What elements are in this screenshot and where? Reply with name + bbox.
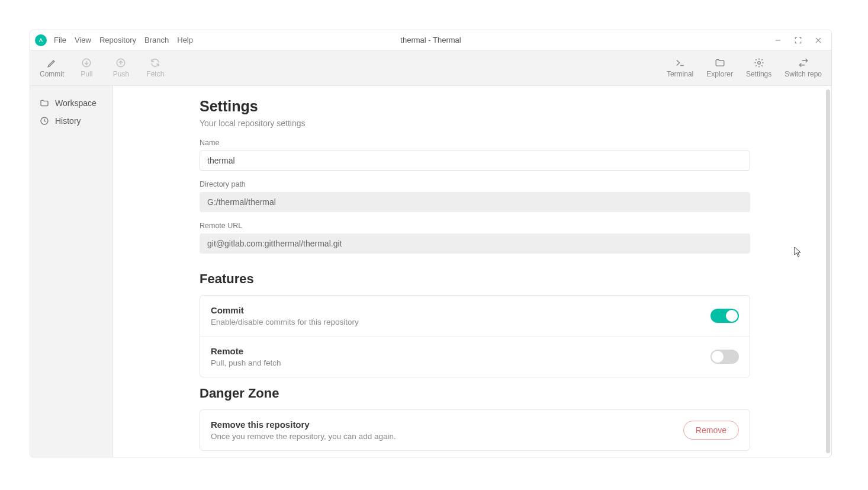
fetch-label: Fetch bbox=[146, 70, 164, 78]
directory-label: Directory path bbox=[200, 180, 750, 188]
features-card: Commit Enable/disable commits for this r… bbox=[200, 295, 750, 377]
sidebar-item-workspace[interactable]: Workspace bbox=[30, 94, 112, 112]
commit-label: Commit bbox=[40, 70, 64, 78]
push-button[interactable]: Push bbox=[109, 57, 133, 78]
feature-commit-toggle[interactable] bbox=[711, 309, 739, 323]
switch-repo-label: Switch repo bbox=[785, 70, 822, 78]
arrow-up-circle-icon bbox=[115, 57, 126, 68]
feature-remote: Remote Pull, push and fetch bbox=[200, 336, 750, 377]
refresh-icon bbox=[150, 57, 160, 68]
terminal-label: Terminal bbox=[667, 70, 693, 78]
danger-title: Danger Zone bbox=[200, 386, 750, 401]
feature-remote-desc: Pull, push and fetch bbox=[211, 358, 711, 367]
pull-label: Pull bbox=[81, 70, 92, 78]
feature-remote-toggle[interactable] bbox=[711, 350, 739, 364]
explorer-button[interactable]: Explorer bbox=[706, 57, 733, 78]
danger-card: Remove this repository Once you remove t… bbox=[200, 409, 750, 451]
app-window: File View Repository Branch Help thermal… bbox=[30, 30, 832, 457]
clock-icon bbox=[40, 116, 49, 126]
danger-row: Remove this repository Once you remove t… bbox=[200, 410, 750, 450]
minimize-button[interactable] bbox=[773, 36, 783, 45]
sidebar: Workspace History bbox=[30, 86, 113, 457]
danger-item-title: Remove this repository bbox=[211, 419, 683, 430]
feature-commit-title: Commit bbox=[211, 305, 711, 315]
arrow-down-circle-icon bbox=[81, 57, 92, 68]
sidebar-item-history[interactable]: History bbox=[30, 112, 112, 130]
app-logo bbox=[35, 34, 47, 46]
commit-button[interactable]: Commit bbox=[40, 57, 64, 78]
gear-icon bbox=[754, 57, 764, 68]
remote-url-label: Remote URL bbox=[200, 222, 750, 230]
menu-file[interactable]: File bbox=[54, 36, 66, 44]
main-menu: File View Repository Branch Help bbox=[54, 36, 193, 44]
feature-commit: Commit Enable/disable commits for this r… bbox=[200, 296, 750, 336]
folder-icon bbox=[715, 57, 725, 68]
terminal-button[interactable]: Terminal bbox=[667, 57, 693, 78]
remote-url-input bbox=[200, 233, 750, 254]
push-label: Push bbox=[113, 70, 129, 78]
switch-repo-button[interactable]: Switch repo bbox=[785, 57, 822, 78]
window-title: thermal - Thermal bbox=[400, 36, 461, 44]
pull-button[interactable]: Pull bbox=[75, 57, 98, 78]
titlebar: File View Repository Branch Help thermal… bbox=[30, 30, 831, 50]
menu-repository[interactable]: Repository bbox=[99, 36, 136, 44]
settings-label: Settings bbox=[746, 70, 771, 78]
explorer-label: Explorer bbox=[706, 70, 733, 78]
content-scroll[interactable]: Settings Your local repository settings … bbox=[113, 86, 831, 457]
settings-title: Settings bbox=[200, 98, 750, 115]
terminal-icon bbox=[675, 57, 686, 68]
settings-button[interactable]: Settings bbox=[746, 57, 771, 78]
menu-view[interactable]: View bbox=[75, 36, 91, 44]
edit-icon bbox=[47, 57, 57, 68]
name-label: Name bbox=[200, 139, 750, 147]
name-input[interactable] bbox=[200, 150, 750, 171]
toolbar: Commit Pull Push Fetch bbox=[30, 50, 831, 86]
danger-item-desc: Once you remove the repository, you can … bbox=[211, 432, 683, 441]
menu-help[interactable]: Help bbox=[177, 36, 193, 44]
window-controls bbox=[773, 36, 827, 45]
menu-branch[interactable]: Branch bbox=[144, 36, 169, 44]
swap-icon bbox=[798, 57, 809, 68]
settings-subtitle: Your local repository settings bbox=[200, 119, 750, 128]
feature-remote-title: Remote bbox=[211, 346, 711, 356]
feature-commit-desc: Enable/disable commits for this reposito… bbox=[211, 318, 711, 326]
folder-icon bbox=[40, 98, 49, 108]
close-button[interactable] bbox=[814, 36, 823, 45]
sidebar-item-label: Workspace bbox=[55, 98, 97, 108]
remove-repo-button[interactable]: Remove bbox=[683, 421, 739, 440]
features-title: Features bbox=[200, 271, 750, 287]
fetch-button[interactable]: Fetch bbox=[143, 57, 167, 78]
directory-input bbox=[200, 192, 750, 212]
sidebar-item-label: History bbox=[55, 116, 81, 126]
maximize-button[interactable] bbox=[793, 36, 803, 45]
svg-point-5 bbox=[757, 62, 760, 65]
content: Settings Your local repository settings … bbox=[200, 86, 750, 457]
scrollbar[interactable] bbox=[826, 89, 830, 453]
